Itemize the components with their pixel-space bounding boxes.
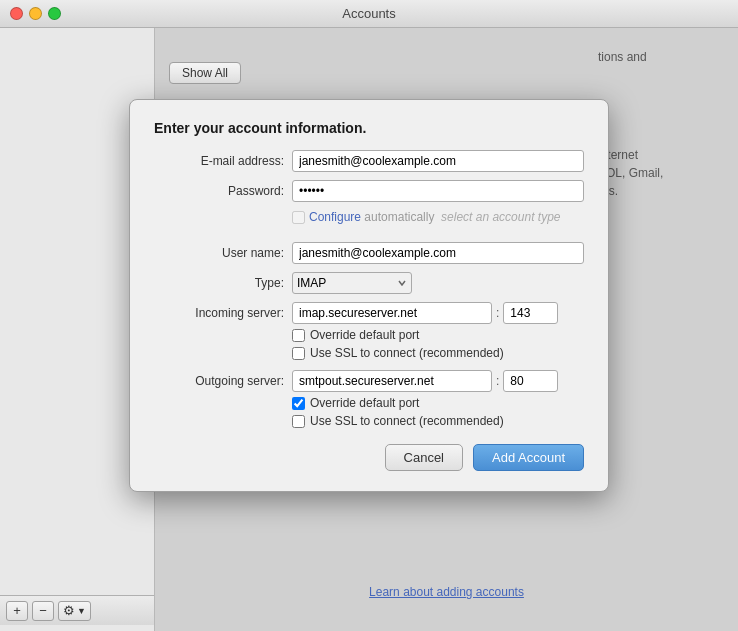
add-account-dialog: Enter your account information. E-mail a… — [129, 99, 609, 492]
type-select[interactable]: IMAP POP Exchange — [292, 272, 412, 294]
outgoing-ssl-checkbox[interactable] — [292, 415, 305, 428]
dialog-title: Enter your account information. — [154, 120, 584, 136]
email-row: E-mail address: — [154, 150, 584, 172]
incoming-override-row: Override default port — [292, 328, 584, 342]
add-account-button[interactable]: Add Account — [473, 444, 584, 471]
outgoing-server-row: Outgoing server: : — [154, 370, 584, 392]
type-row: Type: IMAP POP Exchange — [154, 272, 584, 294]
password-label: Password: — [154, 184, 284, 198]
incoming-server-label: Incoming server: — [154, 306, 284, 320]
outgoing-override-checkbox[interactable] — [292, 397, 305, 410]
incoming-ssl-row: Use SSL to connect (recommended) — [292, 346, 584, 360]
username-label: User name: — [154, 246, 284, 260]
incoming-server-row: Incoming server: : — [154, 302, 584, 324]
type-label: Type: — [154, 276, 284, 290]
password-input[interactable] — [292, 180, 584, 202]
outgoing-override-label: Override default port — [310, 396, 419, 410]
incoming-ssl-label: Use SSL to connect (recommended) — [310, 346, 504, 360]
incoming-server-input[interactable] — [292, 302, 492, 324]
configure-label: Configure automatically select an accoun… — [309, 210, 561, 224]
configure-row: Configure automatically select an accoun… — [292, 210, 584, 224]
incoming-override-checkbox[interactable] — [292, 329, 305, 342]
configure-hint: select an account type — [441, 210, 560, 224]
username-input[interactable] — [292, 242, 584, 264]
modal-overlay: Enter your account information. E-mail a… — [0, 0, 738, 631]
incoming-port-input[interactable] — [503, 302, 558, 324]
outgoing-override-row: Override default port — [292, 396, 584, 410]
dialog-footer: Cancel Add Account — [154, 444, 584, 471]
outgoing-server-label: Outgoing server: — [154, 374, 284, 388]
configure-text: Configure — [309, 210, 361, 224]
cancel-button[interactable]: Cancel — [385, 444, 463, 471]
username-row: User name: — [154, 242, 584, 264]
email-input[interactable] — [292, 150, 584, 172]
outgoing-server-input[interactable] — [292, 370, 492, 392]
incoming-override-label: Override default port — [310, 328, 419, 342]
incoming-ssl-checkbox[interactable] — [292, 347, 305, 360]
outgoing-ssl-row: Use SSL to connect (recommended) — [292, 414, 584, 428]
outgoing-ssl-label: Use SSL to connect (recommended) — [310, 414, 504, 428]
outgoing-server-sep: : — [496, 374, 499, 388]
configure-suffix: automatically — [361, 210, 434, 224]
configure-checkbox[interactable] — [292, 211, 305, 224]
email-label: E-mail address: — [154, 154, 284, 168]
incoming-server-sep: : — [496, 306, 499, 320]
password-row: Password: — [154, 180, 584, 202]
outgoing-port-input[interactable] — [503, 370, 558, 392]
